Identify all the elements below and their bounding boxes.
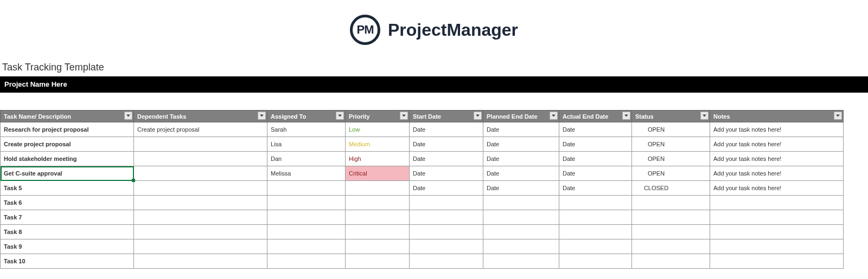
column-header[interactable]: Planned End Date [483, 111, 559, 122]
cell-planned-end[interactable] [483, 239, 559, 254]
cell-start-date[interactable]: Date [410, 181, 483, 196]
cell-notes[interactable] [710, 196, 844, 210]
cell-assigned[interactable] [267, 196, 346, 210]
cell-actual-end[interactable]: Date [559, 122, 632, 137]
cell-priority[interactable]: Low [346, 122, 410, 137]
cell-notes[interactable]: Add your task notes here! [710, 137, 844, 152]
cell-status[interactable]: OPEN [632, 152, 710, 166]
cell-dependent[interactable] [134, 166, 267, 181]
cell-task-name[interactable]: Task 8 [1, 225, 134, 239]
cell-priority[interactable]: Medium [346, 137, 410, 152]
cell-assigned[interactable] [267, 181, 346, 196]
cell-status[interactable] [632, 196, 710, 210]
cell-actual-end[interactable] [559, 210, 632, 225]
cell-status[interactable] [632, 254, 710, 269]
cell-start-date[interactable] [410, 196, 483, 210]
filter-dropdown-icon[interactable] [474, 112, 482, 120]
cell-planned-end[interactable] [483, 210, 559, 225]
cell-start-date[interactable] [410, 210, 483, 225]
cell-actual-end[interactable] [559, 225, 632, 239]
cell-priority[interactable] [346, 196, 410, 210]
filter-dropdown-icon[interactable] [258, 112, 266, 120]
cell-task-name[interactable]: Research for project proposal [1, 122, 134, 137]
filter-dropdown-icon[interactable] [834, 112, 842, 120]
column-header[interactable]: Start Date [410, 111, 483, 122]
cell-status[interactable]: OPEN [632, 122, 710, 137]
cell-start-date[interactable]: Date [410, 166, 483, 181]
cell-start-date[interactable]: Date [410, 152, 483, 166]
cell-notes[interactable] [710, 225, 844, 239]
column-header[interactable]: Dependent Tasks [134, 111, 267, 122]
filter-dropdown-icon[interactable] [700, 112, 709, 120]
cell-task-name[interactable]: Task 6 [1, 196, 134, 210]
column-header[interactable]: Notes [710, 111, 844, 122]
cell-planned-end[interactable]: Date [483, 181, 559, 196]
filter-dropdown-icon[interactable] [550, 112, 558, 120]
cell-actual-end[interactable]: Date [559, 152, 632, 166]
cell-status[interactable] [632, 210, 710, 225]
cell-assigned[interactable]: Sarah [267, 122, 346, 137]
cell-task-name[interactable]: Task 9 [1, 239, 134, 254]
cell-task-name[interactable]: Create project proposal [1, 137, 134, 152]
cell-dependent[interactable] [134, 137, 267, 152]
cell-start-date[interactable] [410, 239, 483, 254]
cell-task-name[interactable]: Task 5 [1, 181, 134, 196]
cell-priority[interactable] [346, 181, 410, 196]
cell-notes[interactable]: Add your task notes here! [710, 152, 844, 166]
cell-start-date[interactable] [410, 254, 483, 269]
cell-actual-end[interactable] [559, 196, 632, 210]
cell-task-name[interactable]: Task 7 [1, 210, 134, 225]
cell-status[interactable]: OPEN [632, 137, 710, 152]
cell-priority[interactable]: Critical [346, 166, 410, 181]
cell-planned-end[interactable]: Date [483, 137, 559, 152]
cell-dependent[interactable] [134, 254, 267, 269]
cell-dependent[interactable]: Create project proposal [134, 122, 267, 137]
cell-planned-end[interactable] [483, 225, 559, 239]
cell-dependent[interactable] [134, 152, 267, 166]
cell-task-name[interactable]: Hold stakeholder meeting [1, 152, 134, 166]
cell-planned-end[interactable] [483, 254, 559, 269]
filter-dropdown-icon[interactable] [336, 112, 344, 120]
cell-planned-end[interactable]: Date [483, 152, 559, 166]
cell-notes[interactable]: Add your task notes here! [710, 181, 844, 196]
cell-notes[interactable] [710, 254, 844, 269]
cell-assigned[interactable]: Dan [267, 152, 346, 166]
cell-assigned[interactable] [267, 239, 346, 254]
cell-start-date[interactable]: Date [410, 122, 483, 137]
cell-status[interactable] [632, 225, 710, 239]
filter-dropdown-icon[interactable] [400, 112, 408, 120]
cell-task-name[interactable]: Get C-suite approval [1, 166, 134, 181]
cell-status[interactable]: CLOSED [632, 181, 710, 196]
cell-priority[interactable] [346, 210, 410, 225]
cell-task-name[interactable]: Task 10 [1, 254, 134, 269]
cell-status[interactable]: OPEN [632, 166, 710, 181]
cell-dependent[interactable] [134, 196, 267, 210]
column-header[interactable]: Actual End Date [559, 111, 632, 122]
cell-start-date[interactable] [410, 225, 483, 239]
cell-actual-end[interactable]: Date [559, 166, 632, 181]
cell-actual-end[interactable]: Date [559, 137, 632, 152]
cell-dependent[interactable] [134, 239, 267, 254]
cell-planned-end[interactable]: Date [483, 122, 559, 137]
cell-priority[interactable] [346, 225, 410, 239]
cell-priority[interactable]: High [346, 152, 410, 166]
cell-notes[interactable] [710, 239, 844, 254]
filter-dropdown-icon[interactable] [622, 112, 630, 120]
cell-actual-end[interactable] [559, 239, 632, 254]
cell-assigned[interactable] [267, 225, 346, 239]
cell-actual-end[interactable]: Date [559, 181, 632, 196]
cell-assigned[interactable] [267, 254, 346, 269]
cell-notes[interactable] [710, 210, 844, 225]
cell-actual-end[interactable] [559, 254, 632, 269]
column-header[interactable]: Priority [346, 111, 410, 122]
cell-priority[interactable] [346, 239, 410, 254]
column-header[interactable]: Status [632, 111, 710, 122]
cell-start-date[interactable]: Date [410, 137, 483, 152]
cell-dependent[interactable] [134, 210, 267, 225]
project-name-bar[interactable]: Project Name Here [0, 76, 868, 93]
filter-dropdown-icon[interactable] [124, 112, 132, 120]
cell-assigned[interactable]: Lisa [267, 137, 346, 152]
cell-dependent[interactable] [134, 181, 267, 196]
cell-notes[interactable]: Add your task notes here! [710, 166, 844, 181]
cell-priority[interactable] [346, 254, 410, 269]
